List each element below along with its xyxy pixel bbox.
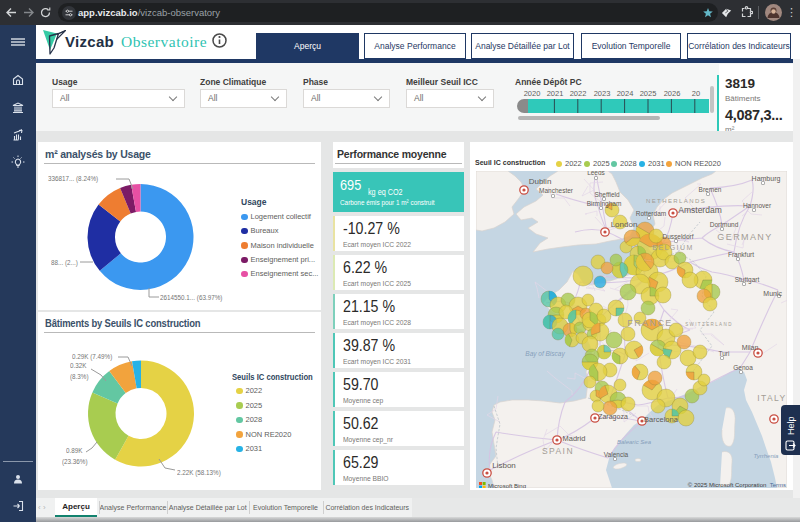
svg-text:Tyrrhenia: Tyrrhenia	[754, 453, 780, 459]
svg-text:Hamburg: Hamburg	[752, 175, 781, 183]
svg-text:Stuttgart: Stuttgart	[735, 276, 760, 284]
svg-text:Lisbon: Lisbon	[492, 461, 516, 470]
svg-text:Dortmund: Dortmund	[710, 221, 739, 228]
svg-text:Dublin: Dublin	[529, 177, 552, 186]
svg-text:FRANCE: FRANCE	[627, 318, 672, 328]
svg-text:Zaragoza: Zaragoza	[598, 413, 628, 421]
svg-text:Balearic Sea: Balearic Sea	[617, 439, 652, 445]
svg-text:Bay of Biscay: Bay of Biscay	[525, 350, 565, 358]
svg-text:Munic: Munic	[763, 290, 782, 297]
svg-text:Birmingham: Birmingham	[587, 200, 622, 208]
svg-text:Bremen: Bremen	[699, 186, 722, 193]
svg-text:SWITZERLAND: SWITZERLAND	[685, 322, 733, 327]
svg-text:Manchester: Manchester	[539, 187, 574, 194]
svg-text:ITALY: ITALY	[757, 393, 786, 403]
svg-text:GERMANY: GERMANY	[717, 232, 772, 242]
svg-text:Frankfurt: Frankfurt	[728, 251, 754, 258]
svg-text:NETHERLANDS: NETHERLANDS	[646, 198, 706, 204]
svg-text:Leeds: Leeds	[587, 171, 605, 176]
svg-text:Madrid: Madrid	[563, 434, 586, 443]
svg-text:Hannover: Hannover	[743, 202, 772, 209]
svg-text:Dusseldorf: Dusseldorf	[662, 233, 693, 240]
svg-text:BELGIUM: BELGIUM	[652, 244, 693, 251]
svg-text:© 2025 Microsoft Corporation: © 2025 Microsoft Corporation Terms	[688, 482, 786, 488]
svg-text:Microsoft Bing: Microsoft Bing	[488, 483, 526, 488]
svg-text:Genoa: Genoa	[733, 364, 753, 371]
svg-text:Turi: Turi	[719, 350, 730, 357]
svg-text:London: London	[611, 220, 638, 229]
svg-text:Valencia: Valencia	[604, 451, 629, 458]
svg-text:Milan: Milan	[742, 344, 759, 351]
svg-text:Help: Help	[786, 416, 796, 435]
svg-text:Sheffield: Sheffield	[594, 191, 620, 198]
svg-text:Barcelona: Barcelona	[644, 415, 679, 424]
svg-text:SPAIN: SPAIN	[542, 446, 574, 456]
svg-text:Rotterdam: Rotterdam	[636, 210, 666, 217]
svg-text:Amsterdam: Amsterdam	[678, 205, 721, 215]
